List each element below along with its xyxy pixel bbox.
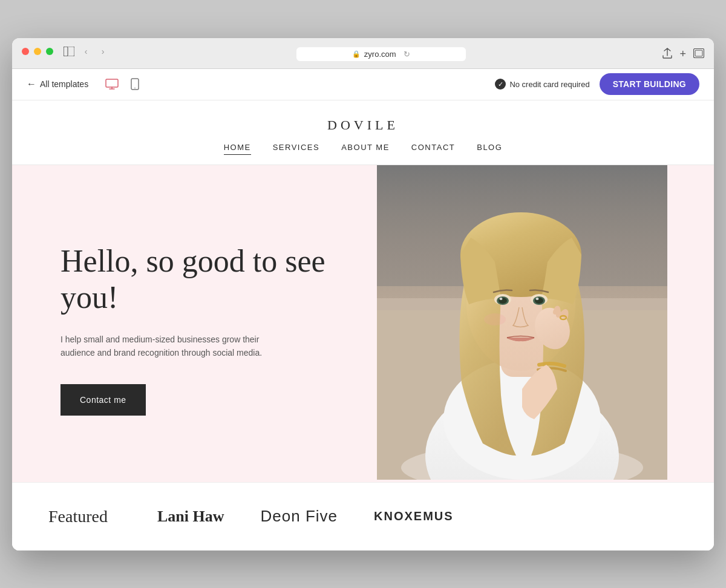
all-templates-label: All templates [40,79,88,89]
tabs-overview-icon[interactable] [693,48,704,60]
website-preview: DOVILE HOME SERVICES ABOUT ME CONTACT BL… [12,100,714,550]
browser-chrome: ‹ › 🔒 zyro.com ↻ + [12,38,714,69]
svg-point-20 [500,298,503,300]
featured-label: Featured [48,507,121,526]
featured-section: Featured Lani Haw Deon Five KNOXEMUS [12,482,714,550]
hero-subtitle: I help small and medium-sized businesses… [60,333,266,360]
all-templates-link[interactable]: ← All templates [27,79,88,90]
reload-icon[interactable]: ↻ [404,50,410,59]
toolbar-left: ← All templates [27,76,142,93]
featured-logo-lani-haw: Lani Haw [157,508,224,526]
app-toolbar: ← All templates [12,69,714,100]
featured-logo-knoxemus: KNOXEMUS [374,509,454,523]
featured-logos: Lani Haw Deon Five KNOXEMUS [157,507,454,526]
nav-item-contact[interactable]: CONTACT [411,143,455,155]
hero-content: Hello, so good to see you! I help small … [12,165,377,482]
back-arrow-icon: ← [27,79,36,90]
toolbar-right: ✓ No credit card required START BUILDING [495,73,699,95]
svg-rect-1 [64,47,74,56]
browser-forward-icon[interactable]: › [97,45,109,57]
no-credit-card-label: No credit card required [509,80,589,89]
address-bar[interactable]: 🔒 zyro.com ↻ [296,47,466,61]
address-bar-wrapper: 🔒 zyro.com ↻ [109,47,653,61]
contact-me-button[interactable]: Contact me [60,384,146,416]
site-brand: DOVILE [12,117,714,133]
mobile-view-button[interactable] [128,76,142,93]
hero-photo-svg [377,165,667,480]
traffic-light-red[interactable] [22,48,29,55]
new-tab-icon[interactable]: + [679,48,686,60]
svg-rect-3 [695,50,702,56]
checkmark-icon: ✓ [495,79,506,90]
svg-rect-0 [64,47,68,56]
no-credit-card-badge: ✓ No credit card required [495,79,589,90]
nav-item-about[interactable]: ABOUT ME [341,143,390,155]
hero-image [377,165,714,482]
site-header: DOVILE HOME SERVICES ABOUT ME CONTACT BL… [12,100,714,165]
browser-controls: ‹ › [22,45,109,57]
url-text: zyro.com [364,50,396,59]
site-nav: HOME SERVICES ABOUT ME CONTACT BLOG [12,143,714,165]
browser-back-icon[interactable]: ‹ [80,45,92,57]
start-building-button[interactable]: START BUILDING [600,73,699,95]
hero-title: Hello, so good to see you! [60,243,341,316]
share-icon[interactable] [662,48,672,61]
lock-icon: 🔒 [352,50,361,58]
desktop-view-button[interactable] [103,76,121,92]
svg-rect-4 [106,79,118,87]
nav-item-blog[interactable]: BLOG [477,143,502,155]
hero-section: Hello, so good to see you! I help small … [12,165,714,482]
sidebar-toggle-icon[interactable] [63,46,75,57]
featured-logo-deon-five: Deon Five [261,507,338,526]
browser-actions: + [662,48,704,61]
browser-window: ‹ › 🔒 zyro.com ↻ + [12,38,714,550]
traffic-light-yellow[interactable] [34,48,41,55]
svg-point-25 [484,313,506,325]
device-switcher [103,76,142,93]
svg-point-24 [536,298,539,300]
nav-item-services[interactable]: SERVICES [273,143,320,155]
traffic-light-green[interactable] [46,48,53,55]
nav-item-home[interactable]: HOME [224,143,251,155]
svg-point-6 [134,88,136,89]
